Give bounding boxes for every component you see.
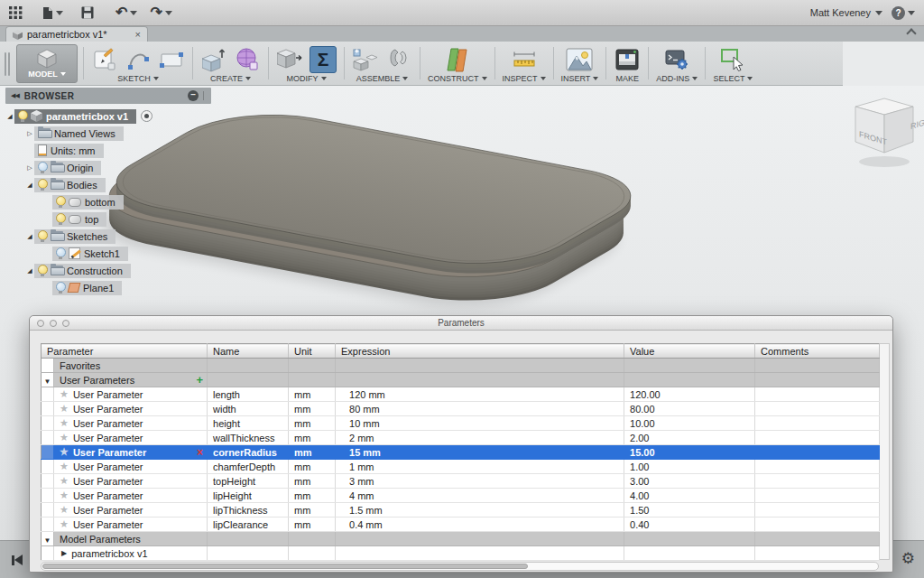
parameter-row-width[interactable]: ★User Parameter width mm 80 mm 80.00	[42, 402, 880, 416]
file-menu-button[interactable]	[42, 6, 63, 20]
column-expression[interactable]: Expression	[336, 344, 624, 359]
tab-close-icon[interactable]: ×	[135, 30, 141, 40]
redo-button[interactable]: ↷	[150, 5, 171, 20]
parameter-row-wallThickness[interactable]: ★User Parameter wallThickness mm 2 mm 2.…	[42, 431, 880, 445]
parameter-row-topHeight[interactable]: ★User Parameter topHeight mm 3 mm 3.00	[42, 474, 880, 489]
collapse-toolbar-chevron-icon[interactable]	[906, 28, 916, 38]
parameter-row-cornerRadius-selected[interactable]: ★User Parameter × cornerRadius mm 15 mm …	[42, 445, 880, 460]
favorite-star-icon[interactable]: ★	[60, 461, 69, 471]
expander-closed-icon[interactable]: ▷	[25, 164, 34, 172]
tree-item-sketches[interactable]: ◢ Sketches	[5, 228, 211, 245]
user-menu[interactable]: Matt Keveney	[810, 7, 882, 18]
tree-item-root[interactable]: ◢ parametricbox v1	[5, 107, 211, 125]
favorite-star-icon[interactable]: ★	[60, 476, 69, 486]
measure-icon[interactable]	[511, 46, 538, 73]
browser-collapse-icon[interactable]: ◀◀	[11, 92, 19, 99]
add-parameter-button[interactable]: +	[196, 374, 203, 386]
parameter-row-lipClearance[interactable]: ★User Parameter lipClearance mm 0.4 mm 0…	[42, 517, 880, 532]
parameter-row-lipHeight[interactable]: ★User Parameter lipHeight mm 4 mm 4.00	[42, 489, 880, 503]
section-row-favorites[interactable]: Favorites	[42, 359, 880, 373]
tree-item-bodies[interactable]: ◢ Bodies	[5, 176, 211, 193]
browser-display-settings-icon[interactable]: –	[188, 90, 199, 101]
visibility-bulb-on-icon[interactable]	[56, 196, 65, 208]
undo-button[interactable]: ↶	[116, 5, 137, 20]
favorite-star-icon[interactable]: ★	[60, 433, 69, 443]
table-vertical-scrollbar[interactable]	[880, 343, 890, 560]
model-workspace-button[interactable]: MODEL	[16, 44, 78, 83]
timeline-go-to-start-button[interactable]	[6, 551, 28, 569]
toolbar-grip	[5, 52, 6, 76]
construction-plane-icon[interactable]	[444, 46, 471, 73]
app-grid-icon[interactable]	[9, 6, 23, 19]
section-expander-icon[interactable]: ▼	[44, 378, 51, 386]
favorite-star-icon[interactable]: ★	[60, 389, 69, 399]
section-row-user-parameters[interactable]: ▼ User Parameters +	[42, 373, 880, 387]
visibility-bulb-on-icon[interactable]	[38, 179, 47, 191]
visibility-bulb-on-icon[interactable]	[38, 265, 47, 276]
section-row-model-parameters[interactable]: ▼ Model Parameters	[42, 532, 880, 546]
save-button[interactable]	[81, 6, 94, 19]
table-horizontal-scrollbar[interactable]	[41, 562, 879, 571]
joint-icon[interactable]	[385, 46, 412, 73]
dropdown-arrow-icon	[908, 11, 915, 15]
column-name[interactable]: Name	[208, 344, 289, 359]
activate-component-radio[interactable]	[141, 110, 152, 122]
tree-item-plane1[interactable]: Plane1	[5, 279, 211, 296]
favorite-star-icon[interactable]: ★	[60, 404, 69, 414]
row-expander-icon[interactable]: ▶	[61, 549, 67, 557]
tree-item-sketch1[interactable]: Sketch1	[5, 245, 211, 262]
scripts-addins-icon[interactable]	[663, 46, 690, 73]
expander-open-icon[interactable]: ◢	[5, 113, 14, 120]
visibility-bulb-off-icon[interactable]	[56, 282, 65, 294]
visibility-bulb-on-icon[interactable]	[38, 230, 47, 242]
column-value[interactable]: Value	[624, 344, 755, 359]
visibility-bulb-off-icon[interactable]	[38, 162, 47, 173]
model-component-row[interactable]: ▶parametricbox v1	[42, 546, 880, 561]
tree-item-units[interactable]: Units: mm	[5, 142, 211, 159]
rectangle-tool-icon[interactable]	[158, 46, 185, 73]
favorite-star-icon[interactable]: ★	[60, 505, 69, 515]
delete-parameter-icon[interactable]: ×	[197, 447, 203, 458]
tree-item-bottom[interactable]: bottom	[5, 193, 211, 210]
parameter-row-height[interactable]: ★User Parameter height mm 10 mm 10.00	[42, 416, 880, 431]
expander-open-icon[interactable]: ◢	[25, 182, 34, 189]
make-3d-print-icon[interactable]	[614, 46, 641, 73]
spline-tool-icon[interactable]	[125, 46, 152, 73]
section-expander-icon[interactable]: ▼	[44, 536, 51, 545]
document-tab[interactable]: parametricbox v1* ×	[5, 26, 148, 42]
help-menu[interactable]: ?	[892, 6, 915, 20]
expander-open-icon[interactable]: ◢	[25, 267, 34, 275]
favorite-star-icon[interactable]: ★	[60, 447, 69, 457]
select-tool-icon[interactable]	[719, 46, 746, 73]
parameter-row-chamferDepth[interactable]: ★User Parameter chamferDepth mm 1 mm 1.0…	[42, 460, 880, 474]
new-component-icon[interactable]	[352, 46, 379, 73]
visibility-bulb-off-icon[interactable]	[56, 247, 65, 259]
scrollbar-thumb[interactable]	[42, 564, 528, 569]
visibility-bulb-on-icon[interactable]	[56, 213, 65, 225]
favorite-star-icon[interactable]: ★	[60, 519, 69, 529]
change-parameters-button[interactable]: Σ	[310, 46, 337, 73]
tree-item-named-views[interactable]: ▷ Named Views	[5, 125, 211, 142]
parameter-row-length[interactable]: ★User Parameter length mm 120 mm 120.00	[42, 387, 880, 402]
window-control-buttons[interactable]	[37, 320, 69, 327]
create-form-icon[interactable]	[234, 46, 261, 73]
favorite-star-icon[interactable]: ★	[60, 418, 69, 428]
tree-item-construction[interactable]: ◢ Construction	[5, 262, 211, 279]
tree-item-origin[interactable]: ▷ Origin	[5, 159, 211, 176]
favorite-star-icon[interactable]: ★	[60, 490, 69, 500]
view-cube[interactable]: FRONT RIGHT	[846, 93, 924, 176]
column-parameter[interactable]: Parameter	[42, 344, 208, 359]
column-comments[interactable]: Comments	[755, 344, 880, 359]
dialog-title-bar[interactable]: Parameters	[30, 316, 892, 331]
expander-closed-icon[interactable]: ▷	[25, 130, 34, 137]
extrude-icon[interactable]	[200, 46, 227, 73]
expander-open-icon[interactable]: ◢	[25, 233, 34, 240]
timeline-settings-gear-icon[interactable]: ⚙	[901, 549, 915, 568]
tree-item-top[interactable]: top	[5, 210, 211, 228]
visibility-bulb-on-icon[interactable]	[18, 110, 27, 122]
parameter-row-lipThickness[interactable]: ★User Parameter lipThickness mm 1.5 mm 1…	[42, 503, 880, 517]
press-pull-icon[interactable]	[276, 46, 303, 73]
column-unit[interactable]: Unit	[289, 344, 336, 359]
create-sketch-icon[interactable]	[91, 46, 118, 73]
insert-image-icon[interactable]	[566, 46, 593, 73]
